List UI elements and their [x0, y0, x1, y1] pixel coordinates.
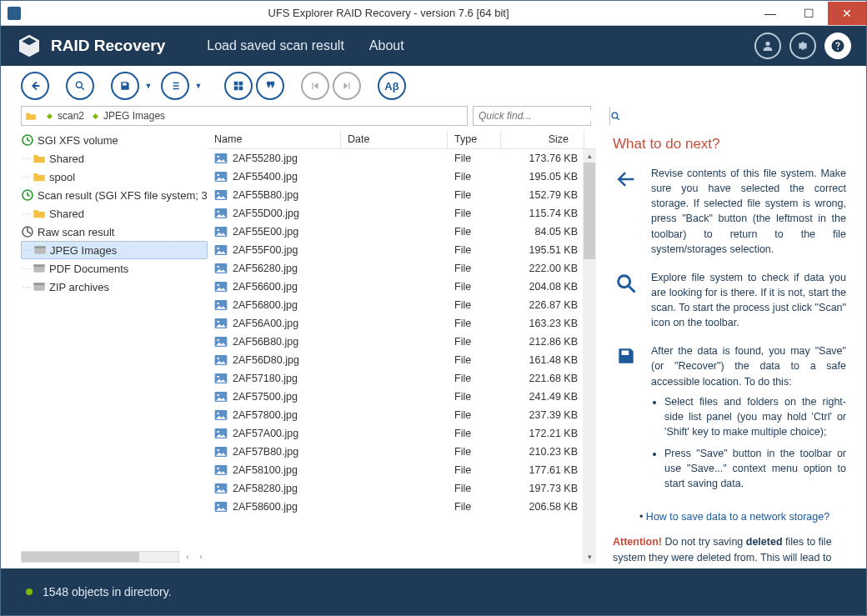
file-row[interactable]: 2AF58100.jpgFile177.61 KB	[208, 461, 596, 479]
file-row[interactable]: 2AF58600.jpgFile206.58 KB	[208, 498, 596, 516]
tree-item-label: ZIP archives	[49, 281, 109, 293]
file-list-vscroll[interactable]: ▴ ▾	[583, 149, 596, 563]
image-icon	[214, 299, 228, 311]
tree-item[interactable]: ⋯JPEG Images	[21, 241, 208, 259]
col-name[interactable]: Name	[208, 131, 341, 148]
file-row[interactable]: 2AF56A00.jpgFile163.23 KB	[208, 314, 596, 333]
help-icon[interactable]	[824, 33, 851, 59]
breadcrumb-seg1: scan2	[58, 110, 84, 122]
svg-point-1	[76, 82, 82, 88]
file-row[interactable]: 2AF55B80.jpgFile152.79 KB	[208, 186, 596, 204]
close-button[interactable]: ✕	[828, 2, 866, 25]
svg-point-25	[217, 229, 219, 232]
svg-point-43	[217, 394, 219, 397]
col-date[interactable]: Date	[341, 131, 448, 148]
file-row[interactable]: 2AF56B80.jpgFile212.86 KB	[208, 333, 596, 351]
svg-rect-3	[239, 82, 243, 86]
tree-item-label: JPEG Images	[50, 244, 117, 257]
tree-item-label: SGI XFS volume	[38, 134, 118, 147]
svg-point-47	[217, 431, 219, 433]
file-row[interactable]: 2AF55280.jpgFile173.76 KB	[208, 149, 596, 168]
svg-point-31	[217, 284, 219, 287]
tree-panel: SGI XFS volume⋯Shared⋯spoolScan result (…	[21, 131, 208, 563]
image-icon	[214, 244, 228, 256]
svg-point-27	[217, 248, 219, 250]
tree-item-label: PDF Documents	[49, 263, 128, 275]
folder-icon	[33, 170, 46, 183]
menu-load-saved[interactable]: Load saved scan result	[207, 38, 344, 53]
help-link-network-storage[interactable]: How to save data to a network storage?	[651, 511, 846, 523]
file-row[interactable]: 2AF55F00.jpgFile195.51 KB	[208, 241, 596, 259]
tree-item[interactable]: ⋯Shared	[21, 149, 208, 168]
file-row[interactable]: 2AF55E00.jpgFile84.05 KB	[208, 223, 596, 241]
gear-icon[interactable]	[789, 33, 816, 59]
svg-point-56	[619, 275, 630, 287]
file-row[interactable]: 2AF57B80.jpgFile210.23 KB	[208, 443, 596, 461]
minimize-button[interactable]: —	[751, 2, 789, 25]
tree-item[interactable]: Scan result (SGI XFS file system; 3.72 G…	[21, 186, 208, 204]
tree-item[interactable]: SGI XFS volume	[21, 131, 208, 149]
user-icon[interactable]	[754, 33, 781, 59]
save-dropdown[interactable]: ▼	[144, 82, 153, 90]
brand-label: RAID Recovery	[51, 37, 165, 55]
status-dot-icon	[26, 588, 33, 595]
tree-item-label: Scan result (SGI XFS file system; 3.72 G…	[38, 189, 208, 202]
svg-point-19	[217, 174, 219, 177]
image-icon	[214, 226, 228, 238]
next-button[interactable]	[333, 72, 361, 100]
image-icon	[214, 409, 228, 421]
svg-rect-13	[33, 264, 44, 267]
col-type[interactable]: Type	[448, 131, 501, 148]
file-row[interactable]: 2AF57A00.jpgFile172.21 KB	[208, 424, 596, 443]
image-icon	[214, 171, 228, 183]
grid-view-button[interactable]	[224, 72, 253, 100]
tree-item[interactable]: ⋯PDF Documents	[21, 259, 208, 278]
app-icon	[8, 7, 21, 20]
svg-point-41	[217, 376, 219, 378]
toolbar: ▼ ▼ Aβ	[1, 66, 866, 104]
file-row[interactable]: 2AF56600.jpgFile204.08 KB	[208, 278, 596, 296]
image-icon	[214, 464, 228, 476]
back-button[interactable]	[21, 72, 49, 100]
file-row[interactable]: 2AF57180.jpgFile221.68 KB	[208, 369, 596, 388]
save-button[interactable]	[111, 72, 139, 100]
tree-item[interactable]: Raw scan result	[21, 223, 208, 241]
tree-item[interactable]: ⋯spool	[21, 168, 208, 186]
file-row[interactable]: 2AF56280.jpgFile222.00 KB	[208, 259, 596, 278]
font-size-button[interactable]: Aβ	[378, 72, 406, 100]
svg-point-23	[217, 211, 219, 213]
breadcrumb-seg2: JPEG Images	[103, 110, 165, 122]
image-icon	[214, 373, 228, 384]
maximize-button[interactable]: ☐	[789, 2, 828, 25]
list-mode-button[interactable]	[161, 72, 189, 100]
tree-item[interactable]: ⋯ZIP archives	[21, 278, 208, 296]
titlebar: UFS Explorer RAID Recovery - version 7.6…	[1, 1, 866, 26]
file-row[interactable]: 2AF57500.jpgFile241.49 KB	[208, 388, 596, 406]
col-size[interactable]: Size	[501, 131, 584, 148]
menu-about[interactable]: About	[369, 38, 404, 53]
list-dropdown[interactable]: ▼	[194, 82, 203, 90]
image-icon	[214, 263, 228, 274]
search-input[interactable]	[474, 110, 609, 122]
tree-item[interactable]: ⋯Shared	[21, 204, 208, 223]
volume-icon	[21, 188, 34, 202]
file-row[interactable]: 2AF55400.jpgFile195.05 KB	[208, 168, 596, 186]
prev-button[interactable]	[301, 72, 329, 100]
breadcrumb[interactable]: ◆ scan2 ◆ JPEG Images	[21, 106, 468, 126]
svg-point-39	[217, 358, 219, 360]
file-row[interactable]: 2AF58280.jpgFile197.73 KB	[208, 479, 596, 498]
image-icon	[214, 483, 228, 494]
help-panel: What to do next? Revise contents of this…	[596, 131, 846, 563]
file-row[interactable]: 2AF55D00.jpgFile115.74 KB	[208, 204, 596, 223]
svg-point-49	[217, 449, 219, 452]
file-row[interactable]: 2AF56D80.jpgFile161.48 KB	[208, 351, 596, 369]
svg-point-17	[217, 156, 219, 158]
file-row[interactable]: 2AF56800.jpgFile226.87 KB	[208, 296, 596, 314]
svg-point-33	[217, 303, 219, 305]
image-icon	[214, 391, 228, 403]
svg-point-35	[217, 321, 219, 323]
scan-button[interactable]	[66, 72, 94, 100]
file-row[interactable]: 2AF57800.jpgFile237.39 KB	[208, 406, 596, 424]
find-button[interactable]	[256, 72, 284, 100]
tree-hscroll[interactable]: ‹ ›	[21, 550, 208, 563]
